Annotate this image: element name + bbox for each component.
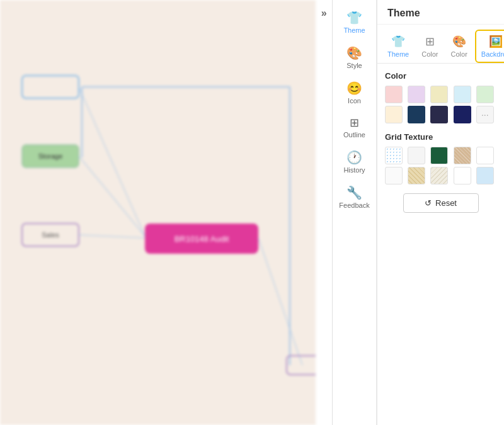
- reset-label: Reset: [435, 198, 457, 208]
- tab-backdrop-icon: 🖼️: [489, 35, 503, 48]
- texture-swatch-tan[interactable]: [454, 147, 471, 164]
- tab-color-grid-icon: ⊞: [425, 35, 435, 48]
- color-grid: ···: [385, 86, 496, 123]
- nav-item-history[interactable]: 🕐 History: [333, 145, 377, 180]
- tab-backdrop-label: Backdrop: [481, 50, 504, 58]
- nav-item-feedback[interactable]: 🔧 Feedback: [333, 180, 377, 215]
- nav-label-theme: Theme: [343, 26, 365, 34]
- color-swatch-6[interactable]: [408, 106, 425, 123]
- color-swatch-0[interactable]: [385, 86, 403, 103]
- texture-swatch-striped[interactable]: [408, 167, 425, 184]
- tab-color-label: Color: [451, 50, 467, 58]
- color-swatch-5[interactable]: [385, 106, 403, 123]
- tab-color-grid-label: Color: [421, 50, 438, 58]
- tab-backdrop[interactable]: 🖼️ Backdrop: [475, 30, 504, 63]
- style-nav-icon: 🎨: [346, 47, 362, 59]
- color-section-title: Color: [385, 71, 496, 81]
- texture-swatch-diag[interactable]: [430, 167, 448, 184]
- color-swatch-1[interactable]: [408, 86, 425, 103]
- tab-theme[interactable]: 👕 Theme: [382, 31, 414, 62]
- grid-texture-section-title: Grid Texture: [385, 132, 496, 142]
- texture-swatch-lightblue[interactable]: [476, 167, 494, 184]
- tab-theme-label: Theme: [387, 50, 409, 58]
- svg-text:Storage: Storage: [38, 152, 63, 160]
- svg-rect-16: [287, 356, 316, 375]
- collapse-icon: »: [321, 8, 327, 19]
- nav-item-icon[interactable]: 😊 Icon: [333, 76, 377, 111]
- texture-swatch-plain[interactable]: [408, 147, 425, 164]
- nav-item-style[interactable]: 🎨 Style: [333, 40, 377, 76]
- color-swatch-2[interactable]: [430, 86, 448, 103]
- reset-icon: ↺: [425, 198, 432, 208]
- texture-swatch-white[interactable]: [476, 147, 494, 164]
- history-nav-icon: 🕐: [346, 151, 362, 164]
- svg-line-14: [79, 235, 145, 238]
- nav-label-outline: Outline: [343, 131, 365, 139]
- color-swatch-more[interactable]: ···: [476, 106, 494, 123]
- svg-rect-7: [22, 76, 79, 98]
- icon-nav-icon: 😊: [346, 82, 362, 94]
- reset-button[interactable]: ↺ Reset: [403, 193, 479, 213]
- texture-swatch-white3[interactable]: [454, 167, 471, 184]
- nav-label-icon: Icon: [348, 97, 361, 105]
- tab-color[interactable]: 🎨 Color: [446, 31, 472, 62]
- nav-label-feedback: Feedback: [339, 201, 369, 209]
- texture-swatch-white2[interactable]: [385, 167, 403, 184]
- color-swatch-3[interactable]: [454, 86, 471, 103]
- panel-content: Color ··· Grid Texture: [377, 64, 504, 425]
- svg-text:Sales: Sales: [42, 231, 59, 239]
- panel-title: Theme: [377, 0, 504, 25]
- color-swatch-4[interactable]: [476, 86, 494, 103]
- canvas-area: BR10148 Audit Storage Sales: [0, 0, 316, 425]
- color-swatch-8[interactable]: [454, 106, 471, 123]
- svg-text:BR10148 Audit: BR10148 Audit: [175, 234, 229, 244]
- texture-swatch-darkgreen[interactable]: [430, 147, 448, 164]
- svg-line-15: [258, 238, 302, 365]
- feedback-nav-icon: 🔧: [346, 186, 362, 199]
- nav-item-outline[interactable]: ⊞ Outline: [333, 111, 377, 145]
- texture-grid: [385, 147, 496, 184]
- texture-swatch-dots[interactable]: [385, 147, 403, 164]
- tab-row: 👕 Theme ⊞ Color 🎨 Color 🖼️ Backdrop: [377, 25, 504, 64]
- nav-label-history: History: [343, 166, 365, 174]
- tab-color-grid[interactable]: ⊞ Color: [416, 31, 443, 62]
- outline-nav-icon: ⊞: [350, 117, 359, 128]
- color-swatch-7[interactable]: [430, 106, 448, 123]
- tab-color-icon: 🎨: [452, 35, 466, 48]
- tab-theme-icon: 👕: [391, 35, 405, 48]
- left-nav: 👕 Theme 🎨 Style 😊 Icon ⊞ Outline 🕐 Histo…: [333, 0, 377, 425]
- theme-nav-icon: 👕: [346, 11, 362, 24]
- svg-line-12: [79, 87, 145, 236]
- svg-line-13: [79, 156, 145, 236]
- nav-item-theme[interactable]: 👕 Theme: [333, 5, 377, 40]
- right-panel: Theme 👕 Theme ⊞ Color 🎨 Color 🖼️ Backdro…: [377, 0, 504, 425]
- nav-label-style: Style: [346, 62, 362, 69]
